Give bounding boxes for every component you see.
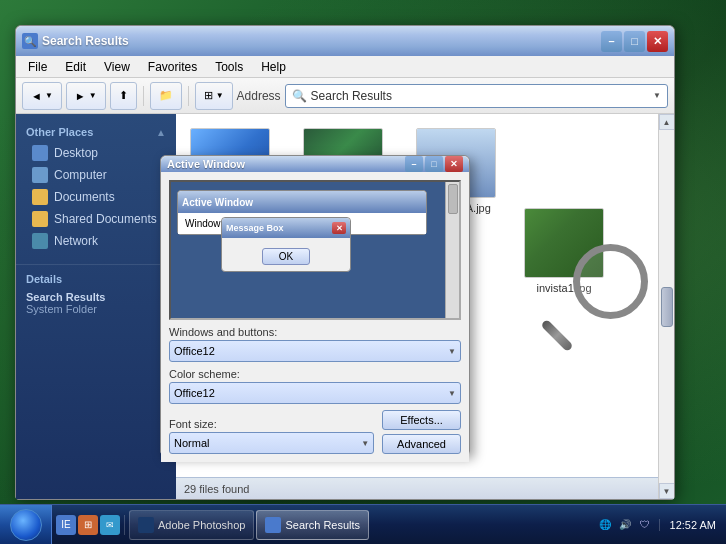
toolbar-separator-2 — [188, 86, 189, 106]
color-scheme-select[interactable]: Office12 ▼ — [169, 382, 461, 404]
address-label: Address — [237, 89, 281, 103]
advanced-button[interactable]: Advanced — [382, 434, 461, 454]
quick-icon-2[interactable]: ⊞ — [78, 515, 98, 535]
aw-title-text: Active Window — [182, 197, 253, 208]
message-box: Message Box ✕ OK — [221, 217, 351, 272]
dialog-controls: – □ ✕ — [405, 156, 463, 172]
taskbar-item-photoshop[interactable]: Adobe Photoshop — [129, 510, 254, 540]
taskbar-item-search-results[interactable]: Search Results — [256, 510, 369, 540]
menu-bar: File Edit View Favorites Tools Help — [16, 56, 674, 78]
sidebar-item-documents[interactable]: Documents — [16, 186, 176, 208]
scroll-up-button[interactable]: ▲ — [659, 114, 675, 130]
effects-button[interactable]: Effects... — [382, 410, 461, 430]
documents-label: Documents — [54, 190, 115, 204]
dialog-maximize-button[interactable]: □ — [425, 156, 443, 172]
sidebar-item-network[interactable]: Network — [16, 230, 176, 252]
toolbar-separator — [143, 86, 144, 106]
status-text: 29 files found — [184, 483, 249, 495]
forward-arrow: ▼ — [89, 91, 97, 100]
system-tray: 🌐 🔊 🛡 — [591, 517, 659, 533]
msg-close-button[interactable]: ✕ — [332, 222, 346, 234]
preview-scroll[interactable] — [445, 182, 459, 318]
tray-icon-volume[interactable]: 🔊 — [617, 517, 633, 533]
menu-view[interactable]: View — [96, 58, 138, 76]
collapse-arrow-icon[interactable]: ▲ — [156, 127, 166, 138]
desktop-label: Desktop — [54, 146, 98, 160]
font-size-select[interactable]: Normal ▼ — [169, 432, 374, 454]
sidebar: Other Places ▲ Desktop Computer Document… — [16, 114, 176, 499]
forward-icon: ► — [75, 90, 86, 102]
documents-icon — [32, 189, 48, 205]
views-arrow: ▼ — [216, 91, 224, 100]
scroll-thumb[interactable] — [661, 287, 673, 327]
taskbar-clock: 12:52 AM — [659, 519, 726, 531]
menu-tools[interactable]: Tools — [207, 58, 251, 76]
msg-ok-button[interactable]: OK — [262, 248, 310, 265]
sidebar-item-computer[interactable]: Computer — [16, 164, 176, 186]
sidebar-item-desktop[interactable]: Desktop — [16, 142, 176, 164]
shared-documents-icon — [32, 211, 48, 227]
desktop-icon — [32, 145, 48, 161]
search-results-icon — [265, 517, 281, 533]
details-section: Details Search Results System Folder — [16, 264, 176, 323]
msg-body: OK — [222, 238, 350, 271]
windows-buttons-label: Windows and buttons: — [169, 326, 461, 338]
up-icon: ⬆ — [119, 89, 128, 102]
back-icon: ◄ — [31, 90, 42, 102]
magnifier-handle — [540, 319, 573, 352]
minimize-button[interactable]: – — [601, 31, 622, 52]
windows-buttons-select[interactable]: Office12 ▼ — [169, 340, 461, 362]
font-size-field: Font size: Normal ▼ — [169, 418, 374, 454]
forward-button[interactable]: ► ▼ — [66, 82, 106, 110]
windows-orb-icon — [10, 509, 42, 541]
address-dropdown-icon[interactable]: ▼ — [653, 91, 661, 100]
tray-icon-network[interactable]: 🌐 — [597, 517, 613, 533]
folders-button[interactable]: 📁 — [150, 82, 182, 110]
address-input-box[interactable]: 🔍 Search Results ▼ — [285, 84, 668, 108]
dialog-action-buttons: Effects... Advanced — [382, 410, 461, 454]
menu-help[interactable]: Help — [253, 58, 294, 76]
photoshop-icon — [138, 517, 154, 533]
up-button[interactable]: ⬆ — [110, 82, 137, 110]
taskbar-photoshop-label: Adobe Photoshop — [158, 519, 245, 531]
taskbar: IE ⊞ ✉ Adobe Photoshop Search Results 🌐 … — [0, 504, 726, 544]
color-scheme-label: Color scheme: — [169, 368, 461, 380]
msg-title-bar: Message Box ✕ — [222, 218, 350, 238]
preview-scroll-thumb[interactable] — [448, 184, 458, 214]
back-button[interactable]: ◄ ▼ — [22, 82, 62, 110]
color-scheme-dropdown-icon: ▼ — [448, 389, 456, 398]
tray-icon-security[interactable]: 🛡 — [637, 517, 653, 533]
windows-buttons-dropdown-icon: ▼ — [448, 347, 456, 356]
details-type: System Folder — [26, 303, 166, 315]
shared-documents-label: Shared Documents — [54, 212, 157, 226]
windows-buttons-value: Office12 — [174, 345, 215, 357]
dialog-title-bar: Active Window – □ ✕ — [161, 156, 469, 172]
network-icon — [32, 233, 48, 249]
font-size-value: Normal — [174, 437, 209, 449]
dialog-minimize-button[interactable]: – — [405, 156, 423, 172]
menu-file[interactable]: File — [20, 58, 55, 76]
menu-favorites[interactable]: Favorites — [140, 58, 205, 76]
title-bar: 🔍 Search Results – □ ✕ — [16, 26, 674, 56]
scroll-track[interactable]: ▲ ▼ — [658, 114, 674, 499]
quick-icon-1[interactable]: IE — [56, 515, 76, 535]
maximize-button[interactable]: □ — [624, 31, 645, 52]
quick-icon-3[interactable]: ✉ — [100, 515, 120, 535]
msg-title-text: Message Box — [226, 223, 284, 233]
start-button[interactable] — [0, 505, 52, 545]
other-places-header: Other Places ▲ — [16, 122, 176, 142]
other-places-label: Other Places — [26, 126, 93, 138]
views-button[interactable]: ⊞ ▼ — [195, 82, 233, 110]
taskbar-search-label: Search Results — [285, 519, 360, 531]
font-size-dropdown-icon: ▼ — [361, 439, 369, 448]
scroll-down-button[interactable]: ▼ — [659, 483, 675, 499]
color-scheme-field: Color scheme: Office12 ▼ — [169, 368, 461, 404]
font-size-label: Font size: — [169, 418, 374, 430]
taskbar-items: Adobe Photoshop Search Results — [125, 510, 591, 540]
close-button[interactable]: ✕ — [647, 31, 668, 52]
menu-edit[interactable]: Edit — [57, 58, 94, 76]
dialog-close-button[interactable]: ✕ — [445, 156, 463, 172]
dialog-body: Active Window Window Text Message Box ✕ … — [161, 172, 469, 462]
sidebar-item-shared-documents[interactable]: Shared Documents — [16, 208, 176, 230]
details-name: Search Results — [26, 291, 166, 303]
